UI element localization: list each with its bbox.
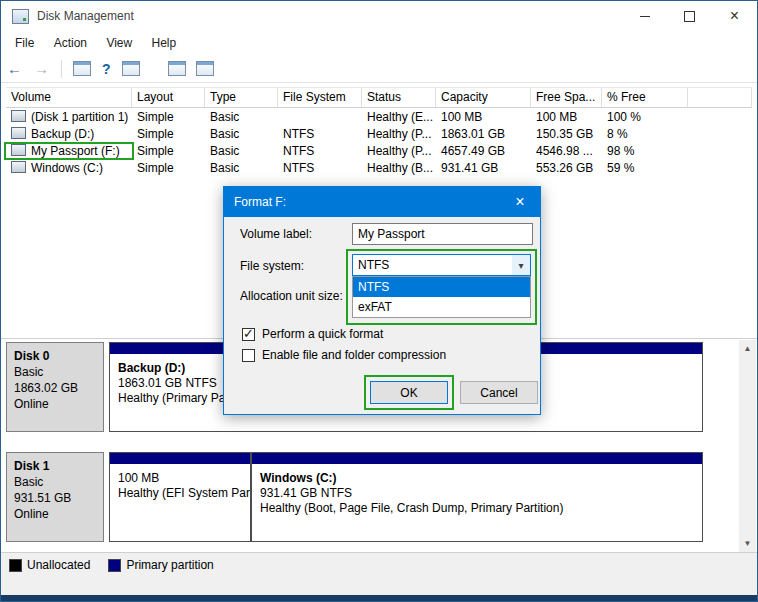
window-controls: × [622, 1, 757, 31]
layout-cell: Simple [132, 110, 205, 124]
toolbar: ← → ? [1, 55, 757, 83]
table-row[interactable]: Windows (C:) Simple Basic NTFS Healthy (… [6, 159, 752, 176]
column-header-pct-free[interactable]: % Free [602, 88, 688, 107]
column-header-file-system[interactable]: File System [278, 88, 362, 107]
free-space-cell: 553.26 GB [531, 161, 602, 175]
free-space-cell: 100 MB [531, 110, 602, 124]
window-bottom-border [1, 595, 757, 601]
menu-action[interactable]: Action [46, 31, 95, 55]
cancel-button[interactable]: Cancel [460, 381, 538, 404]
disk1-label[interactable]: Disk 1 Basic 931.51 GB Online [6, 452, 104, 542]
volume-name: My Passport (F:) [31, 144, 120, 158]
action-pane-icon[interactable] [168, 61, 186, 76]
type-cell: Basic [205, 127, 278, 141]
type-cell: Basic [205, 161, 278, 175]
volume-name-cell-highlighted: My Passport (F:) [6, 144, 132, 158]
primary-partition-band [252, 453, 702, 464]
column-header-volume[interactable]: Volume [6, 88, 132, 107]
capacity-cell: 1863.01 GB [436, 127, 531, 141]
disk-name: Disk 1 [14, 458, 96, 474]
compression-checkbox[interactable] [242, 349, 255, 362]
menu-bar: File Action View Help [1, 31, 757, 55]
disk0-label[interactable]: Disk 0 Basic 1863.02 GB Online [6, 342, 104, 432]
column-header-layout[interactable]: Layout [132, 88, 205, 107]
dropdown-option-exfat[interactable]: exFAT [353, 297, 530, 317]
volume-list-header: Volume Layout Type File System Status Ca… [6, 87, 752, 108]
file-system-cell: NTFS [278, 127, 362, 141]
scroll-up-icon[interactable]: ▲ [739, 340, 756, 357]
format-dialog: Format F: × Volume label: File system: N… [223, 186, 541, 415]
vertical-scrollbar[interactable]: ▲ ▼ [739, 340, 756, 552]
pct-free-cell: 8 % [602, 127, 688, 141]
minimize-button[interactable] [622, 1, 667, 31]
close-button[interactable]: × [712, 1, 757, 31]
status-bar: Unallocated Primary partition [1, 552, 757, 596]
dialog-title: Format F: [234, 187, 286, 217]
file-system-select[interactable]: NTFS ▾ [352, 254, 531, 276]
column-header-filler [688, 88, 752, 107]
disk-management-window: Disk Management × File Action View Help … [0, 0, 758, 602]
disk-status: Online [14, 506, 96, 522]
dialog-body: Volume label: File system: NTFS ▾ NTFS e… [224, 217, 540, 414]
legend-item-unallocated: Unallocated [9, 558, 90, 572]
scroll-down-icon[interactable]: ▼ [739, 535, 756, 552]
partition-title: Windows (C:) [260, 471, 694, 486]
window-title: Disk Management [37, 1, 134, 31]
file-system-cell: NTFS [278, 144, 362, 158]
table-row[interactable]: (Disk 1 partition 1) Simple Basic Health… [6, 108, 752, 125]
help-icon[interactable]: ? [102, 61, 111, 77]
menu-view[interactable]: View [98, 31, 140, 55]
disk-type: Basic [14, 364, 96, 380]
menu-file[interactable]: File [7, 31, 42, 55]
check-icon: ✓ [243, 326, 254, 341]
capacity-cell: 931.41 GB [436, 161, 531, 175]
partition-size-line: 931.41 GB NTFS [260, 486, 694, 501]
console-tree-icon[interactable] [73, 61, 91, 76]
capacity-cell: 4657.49 GB [436, 144, 531, 158]
forward-icon[interactable]: → [34, 60, 49, 77]
status-cell: Healthy (P... [362, 127, 436, 141]
table-row[interactable]: My Passport (F:) Simple Basic NTFS Healt… [6, 142, 752, 159]
minimize-icon [640, 16, 650, 17]
partition-windows-c[interactable]: Windows (C:) 931.41 GB NTFS Healthy (Boo… [251, 452, 703, 542]
column-header-status[interactable]: Status [362, 88, 436, 107]
drive-icon [11, 144, 26, 156]
primary-partition-band [110, 453, 250, 464]
chevron-down-icon: ▾ [512, 255, 530, 275]
disk-size: 931.51 GB [14, 490, 96, 506]
pct-free-cell: 98 % [602, 144, 688, 158]
type-cell: Basic [205, 144, 278, 158]
column-header-type[interactable]: Type [205, 88, 278, 107]
dialog-close-button[interactable]: × [500, 187, 540, 217]
dropdown-option-ntfs[interactable]: NTFS [353, 277, 530, 297]
menu-help[interactable]: Help [144, 31, 185, 55]
disk-type: Basic [14, 474, 96, 490]
volume-name-cell: Backup (D:) [6, 127, 132, 141]
quick-format-checkbox[interactable]: ✓ [242, 328, 255, 341]
column-header-free-space[interactable]: Free Spa... [531, 88, 602, 107]
free-space-cell: 150.35 GB [531, 127, 602, 141]
unallocated-swatch [9, 559, 22, 572]
column-header-capacity[interactable]: Capacity [436, 88, 531, 107]
details-view-icon[interactable] [122, 61, 140, 76]
status-cell: Healthy (E... [362, 110, 436, 124]
maximize-button[interactable] [667, 1, 712, 31]
disk-size: 1863.02 GB [14, 380, 96, 396]
quick-format-label: Perform a quick format [262, 327, 383, 341]
partition-status-line: Healthy (EFI System Partition) [118, 486, 242, 501]
file-system-value: NTFS [358, 255, 389, 275]
table-row[interactable]: Backup (D:) Simple Basic NTFS Healthy (P… [6, 125, 752, 142]
legend-item-primary-partition: Primary partition [108, 558, 213, 572]
graphical-view-icon[interactable] [196, 61, 214, 76]
ok-button[interactable]: OK [370, 381, 448, 404]
back-icon[interactable]: ← [7, 60, 22, 77]
dialog-title-bar: Format F: × [224, 187, 540, 217]
layout-cell: Simple [132, 161, 205, 175]
primary-partition-swatch [108, 559, 121, 572]
quick-format-row: ✓ Perform a quick format [242, 327, 383, 341]
disk-status: Online [14, 396, 96, 412]
volume-label-input[interactable] [352, 223, 533, 245]
allocation-unit-label: Allocation unit size: [240, 289, 343, 303]
volume-name: Windows (C:) [31, 161, 103, 175]
partition-efi[interactable]: 100 MB Healthy (EFI System Partition) [109, 452, 251, 542]
